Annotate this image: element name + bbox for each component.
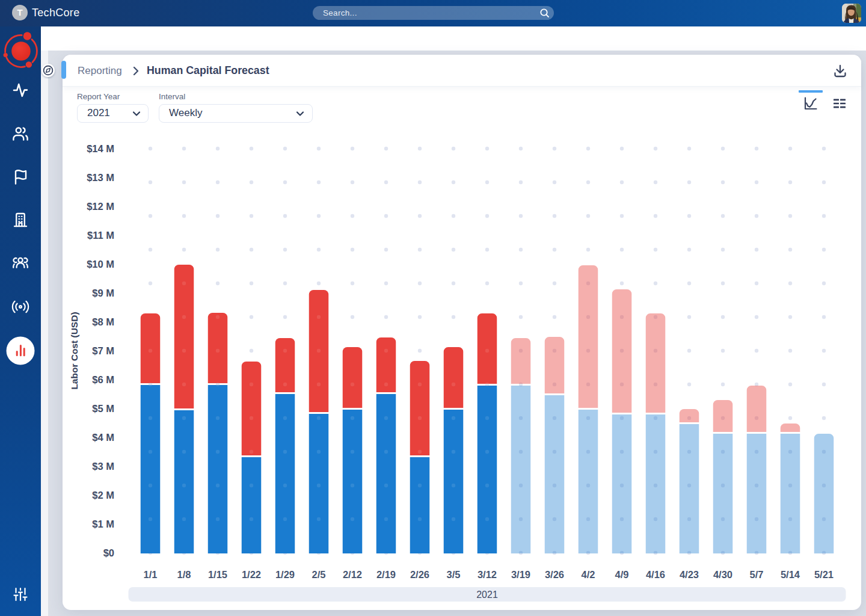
svg-text:$11 M: $11 M (87, 230, 114, 241)
svg-text:1/1: 1/1 (144, 569, 158, 580)
svg-text:$2 M: $2 M (92, 490, 114, 500)
svg-text:4/2: 4/2 (582, 569, 595, 580)
svg-text:$6 M: $6 M (92, 374, 114, 385)
svg-text:$1 M: $1 M (92, 519, 114, 529)
svg-text:3/12: 3/12 (478, 569, 497, 580)
svg-text:1/15: 1/15 (208, 569, 227, 580)
svg-text:$4 M: $4 M (92, 432, 114, 443)
svg-text:1/8: 1/8 (177, 569, 191, 580)
svg-text:1/29: 1/29 (275, 569, 295, 580)
svg-text:$12 M: $12 M (87, 201, 114, 212)
svg-text:2021: 2021 (476, 590, 498, 600)
svg-text:1/22: 1/22 (242, 569, 261, 580)
svg-text:$0: $0 (103, 547, 114, 558)
svg-text:3/5: 3/5 (447, 569, 461, 580)
svg-text:5/7: 5/7 (750, 569, 764, 580)
svg-text:2/26: 2/26 (410, 569, 429, 580)
svg-text:5/21: 5/21 (814, 569, 834, 580)
svg-text:4/30: 4/30 (713, 569, 732, 580)
svg-text:Labor Cost (USD): Labor Cost (USD) (69, 312, 79, 389)
svg-text:$9 M: $9 M (92, 288, 114, 298)
svg-text:2/19: 2/19 (376, 569, 396, 580)
svg-text:$5 M: $5 M (92, 403, 114, 414)
svg-text:$7 M: $7 M (92, 345, 114, 356)
svg-text:4/23: 4/23 (680, 569, 699, 580)
svg-text:$8 M: $8 M (92, 316, 114, 327)
svg-text:$13 M: $13 M (87, 172, 114, 183)
svg-text:$3 M: $3 M (92, 461, 114, 472)
svg-text:4/16: 4/16 (646, 569, 665, 580)
svg-text:3/19: 3/19 (511, 569, 530, 580)
svg-text:$10 M: $10 M (87, 259, 114, 270)
svg-text:5/14: 5/14 (781, 569, 800, 580)
svg-text:4/9: 4/9 (615, 569, 629, 580)
svg-text:2/5: 2/5 (312, 569, 326, 580)
svg-text:2/12: 2/12 (343, 569, 362, 580)
svg-text:3/26: 3/26 (545, 569, 564, 580)
svg-text:$14 M: $14 M (87, 143, 114, 154)
